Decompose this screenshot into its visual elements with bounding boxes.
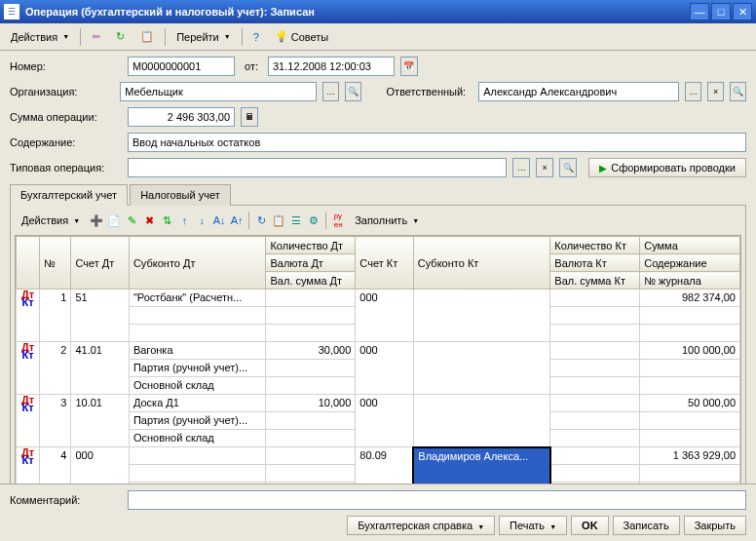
org-search-icon[interactable]: 🔍 — [345, 82, 361, 101]
sort-desc-icon[interactable]: A↑ — [229, 213, 245, 228]
save-button[interactable]: Записать — [613, 516, 680, 535]
window-title: Операция (бухгалтерский и налоговый учет… — [25, 6, 688, 18]
form-postings-button[interactable]: ▶Сформировать проводки — [588, 158, 746, 177]
number-input[interactable] — [128, 57, 235, 76]
table-row[interactable]: ДтКт151"Ростбанк" (Расчетн...000982 374,… — [17, 290, 740, 307]
actions-menu[interactable]: Действия▼ — [4, 28, 76, 46]
sum-input[interactable] — [128, 107, 235, 127]
maximize-button[interactable]: □ — [711, 3, 731, 20]
refresh2-icon[interactable]: ↻ — [253, 213, 269, 228]
add-row-icon[interactable]: ➕ — [89, 213, 104, 228]
close-window-button[interactable]: Закрыть — [684, 516, 746, 535]
resp-select-icon[interactable]: … — [685, 82, 701, 101]
minimize-button[interactable]: — — [690, 3, 709, 20]
copy-row-icon[interactable]: 📄 — [106, 213, 122, 228]
date-input[interactable] — [268, 57, 395, 76]
sum-label: Сумма операции: — [10, 111, 122, 123]
table-row[interactable]: ДтКт400080.09Владимиров Алекса...1 363 9… — [17, 447, 740, 465]
from-label: от: — [245, 60, 258, 72]
window-titlebar: ☰ Операция (бухгалтерский и налоговый уч… — [0, 0, 756, 23]
resp-input[interactable] — [478, 82, 679, 101]
table-row[interactable]: ДтКт241.01Вагонка30,000000100 000,00 — [17, 342, 740, 360]
resp-clear-icon[interactable]: × — [707, 82, 724, 101]
tab-tax[interactable]: Налоговый учет — [130, 184, 231, 206]
main-toolbar: Действия▼ ⬅ ↻ 📋 Перейти▼ ? 💡Советы — [0, 23, 756, 51]
calendar-icon[interactable]: 📅 — [400, 57, 418, 76]
app-icon: ☰ — [4, 4, 19, 19]
grid-actions-menu[interactable]: Действия▼ — [15, 212, 87, 229]
number-label: Номер: — [10, 60, 122, 72]
org-input[interactable] — [120, 82, 316, 101]
ref-button[interactable]: Бухгалтерская справка ▼ — [347, 516, 495, 535]
typop-input[interactable] — [128, 158, 507, 177]
grid-toolbar: Действия▼ ➕ 📄 ✎ ✖ ⇅ ↑ ↓ A↓ A↑ ↻ 📋 ☰ ⚙ ру… — [15, 210, 741, 231]
calc-icon[interactable]: 🖩 — [241, 107, 258, 127]
typop-clear-icon[interactable]: × — [536, 158, 553, 177]
tab-accounting[interactable]: Бухгалтерский учет — [10, 184, 128, 206]
edit-row-icon[interactable]: ✎ — [124, 213, 139, 228]
nav-back-icon[interactable]: ⬅ — [85, 27, 107, 46]
comment-label: Комментарий: — [10, 494, 122, 506]
content-label: Содержание: — [10, 136, 122, 148]
comment-input[interactable] — [128, 490, 746, 510]
sort-icon[interactable]: ⇅ — [159, 213, 174, 228]
form-icon[interactable]: 📋 — [271, 213, 286, 228]
list-icon[interactable]: ☰ — [288, 213, 304, 228]
move-up-icon[interactable]: ↑ — [176, 213, 192, 228]
postings-grid[interactable]: № Счет Дт Субконто Дт Количество Дт Счет… — [15, 235, 741, 502]
typop-search-icon[interactable]: 🔍 — [559, 158, 577, 177]
copy-icon[interactable]: 📋 — [133, 27, 161, 46]
refresh-icon[interactable]: ↻ — [109, 27, 132, 46]
move-down-icon[interactable]: ↓ — [194, 213, 209, 228]
settings-icon[interactable]: ⚙ — [306, 213, 321, 228]
goto-menu[interactable]: Перейти▼ — [170, 28, 238, 46]
typop-label: Типовая операция: — [10, 162, 122, 174]
delete-row-icon[interactable]: ✖ — [141, 213, 157, 228]
resp-label: Ответственный: — [387, 86, 473, 97]
org-select-icon[interactable]: … — [322, 82, 339, 101]
tips-button[interactable]: 💡Советы — [268, 27, 335, 46]
abc-icon[interactable]: руен — [330, 213, 346, 228]
help-icon[interactable]: ? — [246, 28, 266, 46]
close-button[interactable]: ✕ — [733, 3, 752, 20]
table-row[interactable]: ДтКт310.01Доска Д110,00000050 000,00 — [17, 395, 740, 412]
print-button[interactable]: Печать ▼ — [499, 516, 567, 535]
content-input[interactable] — [128, 133, 746, 152]
tab-content: Действия▼ ➕ 📄 ✎ ✖ ⇅ ↑ ↓ A↓ A↑ ↻ 📋 ☰ ⚙ ру… — [10, 206, 746, 507]
resp-search-icon[interactable]: 🔍 — [730, 82, 746, 101]
fill-menu[interactable]: Заполнить▼ — [348, 212, 426, 229]
ok-button[interactable]: OK — [571, 516, 609, 535]
tabs: Бухгалтерский учет Налоговый учет — [10, 183, 746, 206]
form-content: Номер: от: 📅 Организация: … 🔍 Ответствен… — [0, 51, 756, 513]
sort-asc-icon[interactable]: A↓ — [211, 213, 227, 228]
typop-select-icon[interactable]: … — [512, 158, 530, 177]
org-label: Организация: — [10, 86, 114, 97]
footer: Комментарий: Бухгалтерская справка ▼ Печ… — [0, 483, 756, 541]
grid-header: № Счет Дт Субконто Дт Количество Дт Счет… — [17, 237, 740, 290]
